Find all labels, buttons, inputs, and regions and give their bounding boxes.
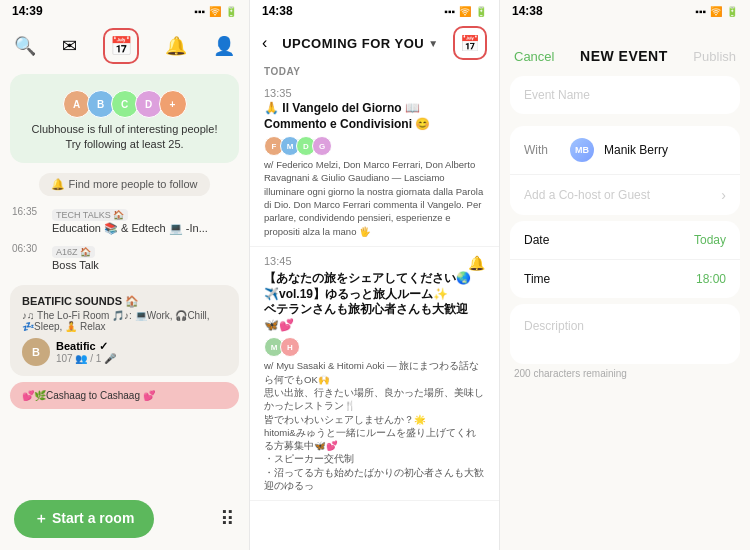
beatific-name: Beatific ✓ bbox=[56, 340, 116, 353]
more-options-icon[interactable]: ⠿ bbox=[220, 507, 235, 531]
today-label: TODAY bbox=[250, 62, 499, 79]
host-avatar-6: H bbox=[280, 337, 300, 357]
wifi-icon-3: 🛜 bbox=[710, 6, 722, 17]
event-desc-1: w/ Federico Melzi, Don Marco Ferrari, Do… bbox=[264, 158, 485, 238]
battery-icon-1: 🔋 bbox=[225, 6, 237, 17]
wifi-icon-2: 🛜 bbox=[459, 6, 471, 17]
event-desc-2: w/ Myu Sasaki & Hitomi Aoki — 旅にまつわる話なら何… bbox=[264, 359, 485, 492]
battery-icon-2: 🔋 bbox=[475, 6, 487, 17]
schedule-list: 16:35 TECH TALKS 🏠 Education 📚 & Edtech … bbox=[0, 204, 249, 277]
schedule-time-2: 06:30 bbox=[12, 243, 44, 254]
status-bar-3: 14:38 ▪▪▪ 🛜 🔋 bbox=[500, 0, 750, 22]
event-name-field[interactable]: Event Name bbox=[510, 76, 740, 114]
start-room-button[interactable]: ＋ Start a room bbox=[14, 500, 154, 538]
banner-text: Clubhouse is full of interesting people!… bbox=[22, 122, 227, 153]
schedule-item-2: 06:30 A16Z 🏠 Boss Talk bbox=[12, 241, 237, 271]
host-avatar-4: G bbox=[312, 136, 332, 156]
avatar-5: + bbox=[159, 90, 187, 118]
time-1: 14:39 bbox=[12, 4, 43, 18]
event-name-placeholder: Event Name bbox=[524, 88, 726, 102]
status-bar-2: 14:38 ▪▪▪ 🛜 🔋 bbox=[250, 0, 499, 22]
host-name: Manik Berry bbox=[604, 143, 726, 157]
signal-icon-2: ▪▪▪ bbox=[444, 6, 455, 17]
calendar-add-icon: 📅 bbox=[460, 34, 480, 53]
schedule-tag-1: TECH TALKS 🏠 bbox=[52, 209, 128, 221]
date-time-section: Date Today Time 18:00 bbox=[510, 221, 740, 298]
top-nav-1: 🔍 ✉ 📅 🔔 👤 bbox=[0, 22, 249, 68]
schedule-title-2: Boss Talk bbox=[52, 259, 99, 271]
new-event-title: NEW EVENT bbox=[580, 48, 668, 64]
event-title-1: 🙏 Il Vangelo del Giorno 📖Commento e Cond… bbox=[264, 101, 485, 132]
host-initials: MB bbox=[575, 145, 589, 155]
with-field: With MB Manik Berry bbox=[510, 126, 740, 175]
char-count: 200 characters remaining bbox=[514, 368, 736, 379]
cohost-label: Add a Co-host or Guest bbox=[524, 188, 711, 202]
cancel-button[interactable]: Cancel bbox=[514, 49, 554, 64]
signal-icon-3: ▪▪▪ bbox=[695, 6, 706, 17]
event-name-section: Event Name bbox=[510, 76, 740, 114]
event-time-1: 13:35 bbox=[264, 87, 485, 99]
panel-home: 14:39 ▪▪▪ 🛜 🔋 🔍 ✉ 📅 🔔 👤 A B C D + Clubho… bbox=[0, 0, 250, 550]
panel2-title-area: UPCOMING FOR YOU ▼ bbox=[282, 36, 438, 51]
event-card-1[interactable]: 13:35 🙏 Il Vangelo del Giorno 📖Commento … bbox=[250, 79, 499, 247]
with-label: With bbox=[524, 143, 560, 157]
event-hosts-2: M H bbox=[264, 337, 485, 357]
beatific-footer: B Beatific ✓ 107 👥 / 1 🎤 bbox=[22, 338, 227, 366]
panel2-calendar-button[interactable]: 📅 bbox=[453, 26, 487, 60]
beatific-room-sub: ♪♫ The Lo-Fi Room 🎵♪: 💻Work, 🎧Chill, 💤Sl… bbox=[22, 310, 227, 332]
schedule-tag-2: A16Z 🏠 bbox=[52, 246, 95, 258]
status-icons-3: ▪▪▪ 🛜 🔋 bbox=[695, 6, 738, 17]
beatific-room-title: BEATIFIC SOUNDS 🏠 bbox=[22, 295, 227, 308]
chevron-right-icon: › bbox=[721, 187, 726, 203]
discovery-banner: A B C D + Clubhouse is full of interesti… bbox=[10, 74, 239, 163]
back-icon[interactable]: ‹ bbox=[262, 34, 267, 52]
status-icons-2: ▪▪▪ 🛜 🔋 bbox=[444, 6, 487, 17]
date-value: Today bbox=[694, 233, 726, 247]
cashaag-bar[interactable]: 💕🌿Cashaag to Cashaag 💕 bbox=[10, 382, 239, 409]
bell-icon[interactable]: 🔔 bbox=[165, 35, 187, 57]
notification-icon[interactable]: 🔔 bbox=[468, 255, 485, 271]
time-label: Time bbox=[524, 272, 550, 286]
bottom-bar: ＋ Start a room ⠿ bbox=[0, 492, 249, 550]
description-section[interactable]: Description bbox=[510, 304, 740, 364]
date-row[interactable]: Date Today bbox=[510, 221, 740, 260]
beatific-info: Beatific ✓ 107 👥 / 1 🎤 bbox=[56, 340, 116, 364]
calendar-icon-highlighted[interactable]: 📅 bbox=[103, 28, 139, 64]
time-2: 14:38 bbox=[262, 4, 293, 18]
schedule-detail-2: A16Z 🏠 Boss Talk bbox=[52, 241, 99, 271]
panel2-title: UPCOMING FOR YOU bbox=[282, 36, 424, 51]
time-row[interactable]: Time 18:00 bbox=[510, 260, 740, 298]
event-title-2: 【あなたの旅をシェアしてください🌏✈️vol.19】ゆるっと旅人ルーム✨ベテラン… bbox=[264, 271, 485, 333]
schedule-item: 16:35 TECH TALKS 🏠 Education 📚 & Edtech … bbox=[12, 204, 237, 235]
panel2-topbar: ‹ UPCOMING FOR YOU ▼ 📅 bbox=[250, 22, 499, 62]
publish-button[interactable]: Publish bbox=[693, 49, 736, 64]
schedule-time-1: 16:35 bbox=[12, 206, 44, 217]
search-icon[interactable]: 🔍 bbox=[14, 35, 36, 57]
beatific-avatar: B bbox=[22, 338, 50, 366]
signal-icon-1: ▪▪▪ bbox=[194, 6, 205, 17]
event-card-2[interactable]: 13:45 🔔 【あなたの旅をシェアしてください🌏✈️vol.19】ゆるっと旅人… bbox=[250, 247, 499, 501]
envelope-icon[interactable]: ✉ bbox=[62, 35, 77, 57]
wifi-icon-1: 🛜 bbox=[209, 6, 221, 17]
desc-placeholder: Description bbox=[524, 319, 584, 333]
event-time-2: 13:45 bbox=[264, 255, 292, 267]
avatar-icon[interactable]: 👤 bbox=[213, 35, 235, 57]
time-3: 14:38 bbox=[512, 4, 543, 18]
schedule-title-1: Education 📚 & Edtech 💻 -In... bbox=[52, 222, 208, 235]
find-people-button[interactable]: 🔔 Find more people to follow bbox=[39, 173, 209, 196]
time-value: 18:00 bbox=[696, 272, 726, 286]
panel3-topbar: Cancel NEW EVENT Publish bbox=[500, 22, 750, 70]
panel-new-event: 14:38 ▪▪▪ 🛜 🔋 Cancel NEW EVENT Publish E… bbox=[500, 0, 750, 550]
cohost-field[interactable]: Add a Co-host or Guest › bbox=[510, 175, 740, 215]
panel-upcoming: 14:38 ▪▪▪ 🛜 🔋 ‹ UPCOMING FOR YOU ▼ 📅 TOD… bbox=[250, 0, 500, 550]
battery-icon-3: 🔋 bbox=[726, 6, 738, 17]
host-avatar: MB bbox=[570, 138, 594, 162]
status-bar-1: 14:39 ▪▪▪ 🛜 🔋 bbox=[0, 0, 249, 22]
host-section: With MB Manik Berry Add a Co-host or Gue… bbox=[510, 126, 740, 215]
beatific-stats: 107 👥 / 1 🎤 bbox=[56, 353, 116, 364]
chevron-down-icon[interactable]: ▼ bbox=[428, 38, 438, 49]
beatific-card[interactable]: BEATIFIC SOUNDS 🏠 ♪♫ The Lo-Fi Room 🎵♪: … bbox=[10, 285, 239, 376]
avatar-row: A B C D + bbox=[22, 90, 227, 118]
date-label: Date bbox=[524, 233, 549, 247]
status-icons-1: ▪▪▪ 🛜 🔋 bbox=[194, 6, 237, 17]
